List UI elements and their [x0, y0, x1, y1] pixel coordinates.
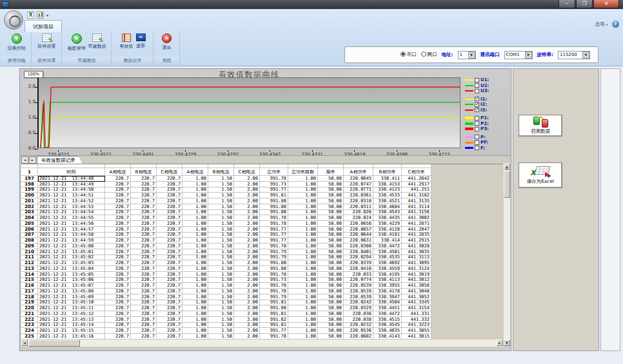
view-management-button[interactable]: ▼ 视图管理 — [67, 33, 86, 52]
instrument-control-button[interactable]: ▼ 仪表控制 — [7, 33, 26, 52]
data-cell[interactable]: 330.4692 — [373, 260, 402, 266]
data-cell[interactable]: 220.0242 — [344, 300, 373, 306]
data-cell[interactable]: 330.4535 — [373, 255, 402, 261]
data-cell[interactable]: 441.3015 — [402, 334, 431, 340]
data-cell[interactable]: 2021-12-21 13:44:56 — [38, 221, 105, 227]
data-cell[interactable]: 991.77 — [260, 233, 288, 238]
data-cell[interactable]: 50.00 — [318, 323, 344, 329]
data-cell[interactable]: 1.00 — [288, 334, 318, 340]
data-cell[interactable]: 1.00 — [288, 227, 318, 233]
data-cell[interactable]: 1.00 — [288, 283, 318, 289]
data-cell[interactable]: 330.4195 — [373, 272, 402, 278]
data-cell[interactable]: 220.7 — [105, 272, 131, 278]
data-cell[interactable]: 1.00 — [183, 294, 208, 300]
data-cell[interactable]: 220.0602 — [344, 334, 373, 340]
data-cell[interactable]: 1.50 — [208, 260, 234, 266]
data-cell[interactable]: 1.00 — [288, 278, 318, 283]
data-cell[interactable]: 220.7 — [105, 311, 131, 317]
data-cell[interactable]: 220.7 — [157, 260, 183, 266]
data-cell[interactable]: 220.7 — [105, 305, 131, 311]
data-cell[interactable]: 220.0539 — [344, 289, 373, 294]
data-cell[interactable]: 1.00 — [288, 317, 318, 323]
data-cell[interactable]: 220.7 — [105, 278, 131, 283]
data-cell[interactable]: 220.7 — [157, 187, 183, 193]
data-cell[interactable]: 1.50 — [208, 238, 234, 244]
data-cell[interactable]: 50.00 — [318, 204, 344, 210]
waveform-button[interactable]: ≈ 波形 — [135, 33, 146, 50]
data-cell[interactable]: 1.00 — [288, 328, 318, 334]
data-cell[interactable]: 220.7 — [157, 204, 183, 210]
data-cell[interactable]: 220.7 — [131, 227, 157, 233]
data-cell[interactable]: 1.50 — [208, 198, 234, 204]
data-cell[interactable]: 330.4153 — [373, 182, 402, 187]
data-cell[interactable]: 1.50 — [208, 182, 234, 187]
data-cell[interactable]: 1.00 — [183, 244, 208, 249]
legend-checkbox[interactable] — [475, 83, 479, 88]
data-cell[interactable]: 220.0232 — [344, 323, 373, 329]
data-cell[interactable]: 220.7 — [105, 227, 131, 233]
data-cell[interactable]: 330.4435 — [373, 215, 402, 221]
data-cell[interactable]: 2021-12-21 13:45:01 — [38, 249, 105, 255]
data-cell[interactable]: 220.7 — [131, 260, 157, 266]
scroll-right-arrow[interactable]: ► — [497, 340, 503, 346]
data-cell[interactable]: 220.7 — [157, 266, 183, 272]
data-cell[interactable]: 1.50 — [208, 283, 234, 289]
data-cell[interactable]: 1.00 — [183, 238, 208, 244]
fetch-data-button[interactable]: 召测数据 — [519, 115, 562, 137]
data-cell[interactable]: 220.7 — [157, 249, 183, 255]
row-number-cell[interactable]: 218 — [21, 294, 38, 300]
tab-scroll-right-button[interactable]: ► — [29, 157, 36, 164]
data-cell[interactable]: 50.00 — [318, 272, 344, 278]
data-cell[interactable]: 50.00 — [318, 244, 344, 249]
data-cell[interactable]: 441.3156 — [402, 210, 431, 216]
data-cell[interactable]: 220.7 — [157, 176, 183, 182]
serial-port-radio[interactable] — [400, 52, 406, 57]
tab-scroll-left-button[interactable]: ◄ — [21, 157, 28, 164]
data-cell[interactable]: 220.7 — [157, 272, 183, 278]
data-cell[interactable]: 220.7 — [157, 233, 183, 238]
data-cell[interactable]: 220.7 — [105, 317, 131, 323]
row-number-cell[interactable]: 210 — [21, 249, 38, 255]
data-cell[interactable]: 220.7 — [131, 266, 157, 272]
data-cell[interactable]: 2021-12-21 13:45:02 — [38, 255, 105, 261]
rms-value-button[interactable]: 有效值 — [119, 33, 134, 50]
data-cell[interactable]: 220.7 — [131, 244, 157, 249]
data-cell[interactable]: 1.50 — [208, 204, 234, 210]
data-cell[interactable]: 2021-12-21 13:45:10 — [38, 300, 105, 306]
data-cell[interactable]: 1.00 — [183, 176, 208, 182]
data-cell[interactable]: 2021-12-21 13:45:04 — [38, 266, 105, 272]
scroll-down-arrow[interactable]: ▼ — [504, 340, 510, 346]
data-cell[interactable]: 1.00 — [183, 249, 208, 255]
data-cell[interactable]: 991.78 — [260, 176, 288, 182]
data-cell[interactable]: 220.7 — [157, 278, 183, 283]
data-cell[interactable]: 2.00 — [234, 187, 260, 193]
data-cell[interactable]: 220.0658 — [344, 221, 373, 227]
data-cell[interactable]: 330.4604 — [373, 204, 402, 210]
data-cell[interactable]: 220.026 — [344, 210, 373, 216]
column-header[interactable]: C相功率 — [402, 168, 431, 176]
data-cell[interactable]: 220.7 — [131, 323, 157, 329]
data-cell[interactable]: 330.4515 — [373, 317, 402, 323]
data-cell[interactable]: 2.00 — [234, 182, 260, 187]
column-header[interactable]: B相电流 — [208, 168, 234, 176]
data-cell[interactable]: 2.00 — [234, 317, 260, 323]
data-cell[interactable]: 1.00 — [288, 215, 318, 221]
data-cell[interactable]: 2.00 — [234, 210, 260, 216]
data-cell[interactable]: 1.50 — [208, 215, 234, 221]
data-cell[interactable]: 50.00 — [318, 266, 344, 272]
data-cell[interactable]: 441.3345 — [402, 300, 431, 306]
data-cell[interactable]: 2021-12-21 13:45:03 — [38, 260, 105, 266]
data-cell[interactable]: 220.7 — [157, 311, 183, 317]
data-cell[interactable]: 220.0539 — [344, 294, 373, 300]
data-cell[interactable]: 991.80 — [260, 266, 288, 272]
data-cell[interactable]: 220.7 — [157, 283, 183, 289]
data-cell[interactable]: 1.00 — [288, 272, 318, 278]
data-cell[interactable]: 220.7 — [105, 323, 131, 329]
data-cell[interactable]: 50.00 — [318, 278, 344, 283]
data-cell[interactable]: 991.81 — [260, 311, 288, 317]
data-cell[interactable]: 1.00 — [183, 260, 208, 266]
address-select[interactable]: 1▼ — [458, 51, 476, 59]
data-cell[interactable]: 991.81 — [260, 300, 288, 306]
data-cell[interactable]: 220.7 — [157, 323, 183, 329]
data-cell[interactable]: 330.4521 — [373, 198, 402, 204]
